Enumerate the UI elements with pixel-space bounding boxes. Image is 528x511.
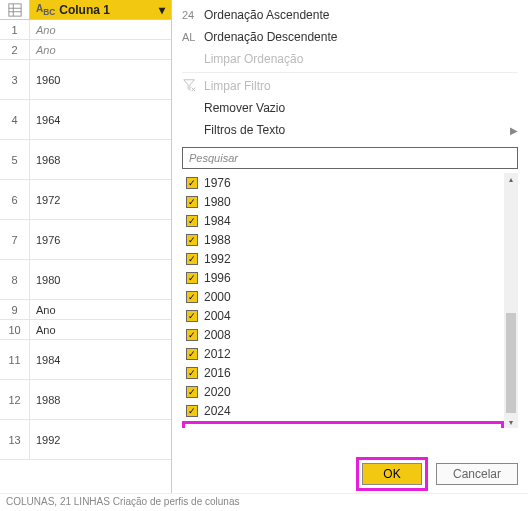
svg-rect-0 — [8, 3, 20, 15]
table-row[interactable]: 51968 — [0, 140, 171, 180]
cell-value: 1976 — [30, 220, 171, 259]
checkbox[interactable] — [186, 253, 198, 265]
filter-value-item[interactable]: Ano — [187, 425, 499, 428]
table-row[interactable]: 131992 — [0, 420, 171, 460]
text-type-icon: ABC — [36, 3, 55, 17]
filter-value-item[interactable]: 1980 — [182, 192, 504, 211]
remove-empty[interactable]: Remover Vazio — [172, 97, 528, 119]
checkbox[interactable] — [186, 291, 198, 303]
checkbox[interactable] — [186, 310, 198, 322]
row-number: 12 — [0, 380, 30, 419]
cell-value: 1980 — [30, 260, 171, 299]
table-row[interactable]: 71976 — [0, 220, 171, 260]
sort-desc-icon: AL — [182, 31, 204, 43]
filter-value-label: 1992 — [204, 252, 231, 266]
table-row[interactable]: 41964 — [0, 100, 171, 140]
table-row[interactable]: 121988 — [0, 380, 171, 420]
table-row[interactable]: 10Ano — [0, 320, 171, 340]
filter-value-label: 2012 — [204, 347, 231, 361]
checkbox[interactable] — [186, 215, 198, 227]
cell-value: 1960 — [30, 60, 171, 99]
sort-ascending[interactable]: 24 Ordenação Ascendente — [172, 4, 528, 26]
checkbox[interactable] — [186, 196, 198, 208]
row-number: 6 — [0, 180, 30, 219]
table-row[interactable]: 9Ano — [0, 300, 171, 320]
sort-asc-icon: 24 — [182, 9, 204, 21]
table-icon[interactable] — [0, 0, 30, 20]
filter-value-label: 2008 — [204, 328, 231, 342]
filter-value-label: 2004 — [204, 309, 231, 323]
cell-value: 1988 — [30, 380, 171, 419]
filter-value-item[interactable]: 1992 — [182, 249, 504, 268]
checkbox[interactable] — [186, 234, 198, 246]
cell-value: 1968 — [30, 140, 171, 179]
filter-value-item[interactable]: 2020 — [182, 382, 504, 401]
scroll-thumb[interactable] — [506, 313, 516, 413]
checkbox[interactable] — [186, 367, 198, 379]
filter-value-item[interactable]: 2012 — [182, 344, 504, 363]
filter-value-highlight: Ano — [182, 421, 504, 428]
checkbox[interactable] — [186, 405, 198, 417]
clear-sort: Limpar Ordenação — [172, 48, 528, 70]
ok-button[interactable]: OK — [362, 463, 422, 485]
filter-value-item[interactable]: 1996 — [182, 268, 504, 287]
filter-value-item[interactable]: 1988 — [182, 230, 504, 249]
filter-value-label: 1984 — [204, 214, 231, 228]
search-input[interactable]: Pesquisar — [182, 147, 518, 169]
table-row[interactable]: 1Ano — [0, 20, 171, 40]
filter-value-item[interactable]: 2000 — [182, 287, 504, 306]
filter-value-label: 2016 — [204, 366, 231, 380]
column-header-label: Coluna 1 — [59, 3, 110, 17]
status-bar: COLUNAS, 21 LINHAS Criação de perfis de … — [0, 493, 528, 511]
row-number: 5 — [0, 140, 30, 179]
filter-value-label: 2020 — [204, 385, 231, 399]
table-row[interactable]: 61972 — [0, 180, 171, 220]
checkbox[interactable] — [186, 329, 198, 341]
filter-value-item[interactable]: 2024 — [182, 401, 504, 420]
scroll-up-icon[interactable]: ▴ — [504, 173, 518, 185]
checkbox[interactable] — [186, 348, 198, 360]
row-number: 11 — [0, 340, 30, 379]
filter-value-label: 1996 — [204, 271, 231, 285]
cell-value: Ano — [30, 300, 171, 319]
submenu-arrow-icon: ▶ — [510, 125, 518, 136]
data-grid: ABC Coluna 1 ▾ 1Ano2Ano31960419645196861… — [0, 0, 172, 511]
text-filters[interactable]: Filtros de Texto ▶ — [172, 119, 528, 141]
row-number: 13 — [0, 420, 30, 459]
table-row[interactable]: 81980 — [0, 260, 171, 300]
filter-menu: 24 Ordenação Ascendente AL Ordenação Des… — [172, 0, 528, 511]
checkbox[interactable] — [186, 386, 198, 398]
ok-button-highlight: OK — [356, 457, 428, 491]
filter-value-label: 2000 — [204, 290, 231, 304]
clear-filter-icon — [182, 78, 204, 94]
filter-value-item[interactable]: 1976 — [182, 173, 504, 192]
checkbox[interactable] — [186, 272, 198, 284]
filter-value-label: 1976 — [204, 176, 231, 190]
filter-values-list: 1976198019841988199219962000200420082012… — [182, 173, 504, 428]
cell-value: Ano — [30, 320, 171, 339]
clear-filter: Limpar Filtro — [172, 75, 528, 97]
filter-value-item[interactable]: 2016 — [182, 363, 504, 382]
column-header[interactable]: ABC Coluna 1 ▾ — [30, 0, 171, 20]
table-row[interactable]: 2Ano — [0, 40, 171, 60]
filter-value-item[interactable]: 2008 — [182, 325, 504, 344]
cancel-button[interactable]: Cancelar — [436, 463, 518, 485]
scrollbar[interactable]: ▴ ▾ — [504, 173, 518, 428]
cell-value: 1992 — [30, 420, 171, 459]
cell-value: 1984 — [30, 340, 171, 379]
cell-value: Ano — [30, 20, 171, 39]
cell-value: 1972 — [30, 180, 171, 219]
scroll-down-icon[interactable]: ▾ — [504, 416, 518, 428]
filter-value-item[interactable]: 1984 — [182, 211, 504, 230]
table-row[interactable]: 31960 — [0, 60, 171, 100]
table-row[interactable]: 111984 — [0, 340, 171, 380]
sort-descending[interactable]: AL Ordenação Descendente — [172, 26, 528, 48]
row-number: 4 — [0, 100, 30, 139]
chevron-down-icon[interactable]: ▾ — [159, 3, 165, 17]
cell-value: 1964 — [30, 100, 171, 139]
filter-value-item[interactable]: 2004 — [182, 306, 504, 325]
filter-value-label: 2024 — [204, 404, 231, 418]
row-number: 9 — [0, 300, 30, 319]
checkbox[interactable] — [186, 177, 198, 189]
row-number: 7 — [0, 220, 30, 259]
